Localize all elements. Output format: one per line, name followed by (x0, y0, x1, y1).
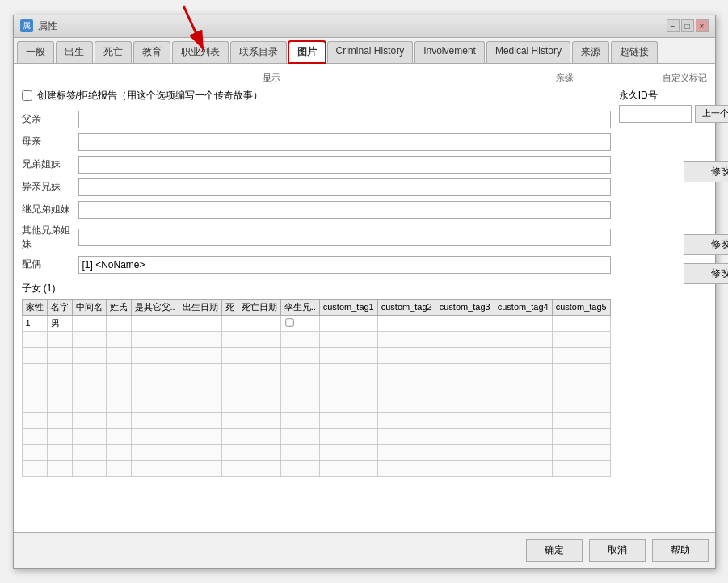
cell-twin (280, 315, 319, 331)
other-siblings-input[interactable] (78, 229, 611, 246)
spouse-order-button[interactable]: 修改配偶顺序 (684, 234, 728, 255)
table-row (22, 444, 610, 460)
other-siblings-label: 其他兄弟姐妹 (22, 224, 78, 251)
title-bar: 属 属性 − □ × (14, 15, 715, 38)
mother-row: 母亲 (22, 133, 611, 151)
half-siblings-row: 异亲兄妹 (22, 178, 611, 196)
mother-input[interactable] (78, 133, 611, 151)
tabs-wrapper: 一般 出生 死亡 教育 职业列表 联系目录 图片 Criminal Histor… (14, 38, 715, 64)
col-other-father: 是其它父.. (131, 299, 179, 315)
other-siblings-row: 其他兄弟姐妹 (22, 224, 611, 251)
content-sections: 创建标签/拒绝报告（用这个选项编写一个传奇故事） 父亲 母亲 兄弟姐妹 (22, 89, 707, 477)
step-siblings-row: 继兄弟姐妹 (22, 201, 611, 219)
help-button[interactable]: 帮助 (652, 539, 709, 562)
half-siblings-input[interactable] (78, 178, 611, 196)
right-section: 永久ID号 上一个ID 下一个ID 兄妹排行 修改兄妹排行 (619, 89, 728, 477)
father-label: 父亲 (22, 112, 78, 126)
cell-ddate (238, 315, 280, 331)
cell-c4 (494, 315, 552, 331)
spouse-label: 配偶 (22, 258, 78, 271)
spouse-row: 配偶 [1] <NoName> (22, 256, 611, 274)
father-input[interactable] (78, 111, 611, 128)
tab-source[interactable]: 来源 (572, 41, 609, 63)
col-name: 名字 (47, 299, 72, 315)
col-surname: 姓氏 (106, 299, 131, 315)
table-row (22, 428, 610, 444)
col-custom1: custom_tag1 (319, 299, 377, 315)
checkbox-row: 创建标签/拒绝报告（用这个选项编写一个传奇故事） (22, 89, 611, 103)
col-death: 死 (221, 299, 238, 315)
confirm-button[interactable]: 确定 (526, 539, 583, 562)
window-title: 属性 (38, 19, 57, 33)
child-order-row: 修改子女排行 (619, 263, 728, 287)
father-row: 父亲 (22, 111, 611, 128)
cell-c1 (319, 315, 377, 331)
child-order-button[interactable]: 修改子女排行 (684, 263, 728, 284)
cell-c3 (436, 315, 494, 331)
mother-label: 母亲 (22, 135, 78, 149)
tab-contacts[interactable]: 联系目录 (230, 41, 287, 63)
col-middle-name: 中间名 (72, 299, 106, 315)
table-header-row: 家性 名字 中间名 姓氏 是其它父.. 出生日期 死 死亡日期 孪生兄.. cu… (22, 299, 610, 315)
cell-other (131, 315, 179, 331)
prev-id-button[interactable]: 上一个ID (695, 105, 728, 123)
table-row (22, 412, 610, 428)
cell-c2 (377, 315, 436, 331)
title-bar-left: 属 属性 (20, 19, 57, 33)
tab-death[interactable]: 死亡 (95, 41, 132, 63)
table-row (22, 363, 610, 380)
table-row (22, 347, 610, 363)
content-area: 显示 亲缘 自定义标记 创建标签/拒绝报告（用这个选项编写一个传奇故事） 父亲 (14, 64, 715, 532)
children-section: 子女 (1) 家性 名字 中间名 姓氏 是其它父.. 出生日期 死 (22, 282, 611, 477)
col-custom5: custom_tag5 (552, 299, 610, 315)
app-icon: 属 (20, 19, 33, 32)
spouse-input[interactable]: [1] <NoName> (78, 256, 611, 274)
left-section: 创建标签/拒绝报告（用这个选项编写一个传奇故事） 父亲 母亲 兄弟姐妹 (22, 89, 611, 477)
custom-mark-label: 自定义标记 (663, 72, 707, 84)
permanent-id-controls: 上一个ID 下一个ID (619, 105, 728, 123)
close-button[interactable]: × (696, 19, 709, 32)
col-custom3: custom_tag3 (436, 299, 494, 315)
twin-checkbox[interactable] (285, 318, 293, 326)
table-row (22, 331, 610, 347)
siblings-input[interactable] (78, 156, 611, 174)
cell-bdate (179, 315, 221, 331)
bottom-bar: 确定 取消 帮助 (14, 532, 715, 568)
step-siblings-input[interactable] (78, 201, 611, 219)
permanent-id-input[interactable] (619, 105, 692, 123)
children-table: 家性 名字 中间名 姓氏 是其它父.. 出生日期 死 死亡日期 孪生兄.. cu… (22, 299, 611, 477)
minimize-button[interactable]: − (667, 19, 680, 32)
table-row: 1 男 (22, 315, 610, 331)
tab-education[interactable]: 教育 (133, 41, 170, 63)
cell-d (221, 315, 238, 331)
tab-occupations[interactable]: 职业列表 (172, 41, 229, 63)
col-twin: 孪生兄.. (280, 299, 319, 315)
spouse-order-row: 修改配偶顺序 (619, 234, 728, 258)
cell-middle (72, 315, 106, 331)
col-custom4: custom_tag4 (494, 299, 552, 315)
modify-sibling-button[interactable]: 修改兄妹排行 (684, 161, 728, 182)
half-siblings-label: 异亲兄妹 (22, 180, 78, 194)
siblings-label: 兄弟姐妹 (22, 157, 78, 171)
title-controls: − □ × (667, 19, 709, 32)
step-siblings-label: 继兄弟姐妹 (22, 203, 78, 216)
checkbox-label: 创建标签/拒绝报告（用这个选项编写一个传奇故事） (37, 89, 263, 103)
tab-hyperlink[interactable]: 超链接 (611, 41, 658, 63)
display-section-label: 显示 (263, 73, 280, 82)
relationship-section-label: 亲缘 (556, 72, 574, 84)
maximize-button[interactable]: □ (681, 19, 694, 32)
siblings-row: 兄弟姐妹 (22, 156, 611, 174)
cancel-button[interactable]: 取消 (589, 539, 646, 562)
tab-general[interactable]: 一般 (17, 41, 54, 63)
col-family: 家性 (22, 299, 47, 315)
tab-birth[interactable]: 出生 (56, 41, 93, 63)
tab-medical[interactable]: Medical History (486, 41, 570, 63)
tab-involvement[interactable]: Involvement (414, 41, 485, 63)
tab-criminal[interactable]: Criminal History (327, 41, 414, 63)
permanent-id-section: 永久ID号 上一个ID 下一个ID (619, 89, 728, 123)
tab-photos[interactable]: 图片 (288, 41, 326, 63)
tabs-container: 一般 出生 死亡 教育 职业列表 联系目录 图片 Criminal Histor… (14, 38, 715, 64)
children-header: 子女 (1) (22, 282, 611, 296)
legend-checkbox[interactable] (22, 90, 32, 101)
col-birthdate: 出生日期 (179, 299, 221, 315)
